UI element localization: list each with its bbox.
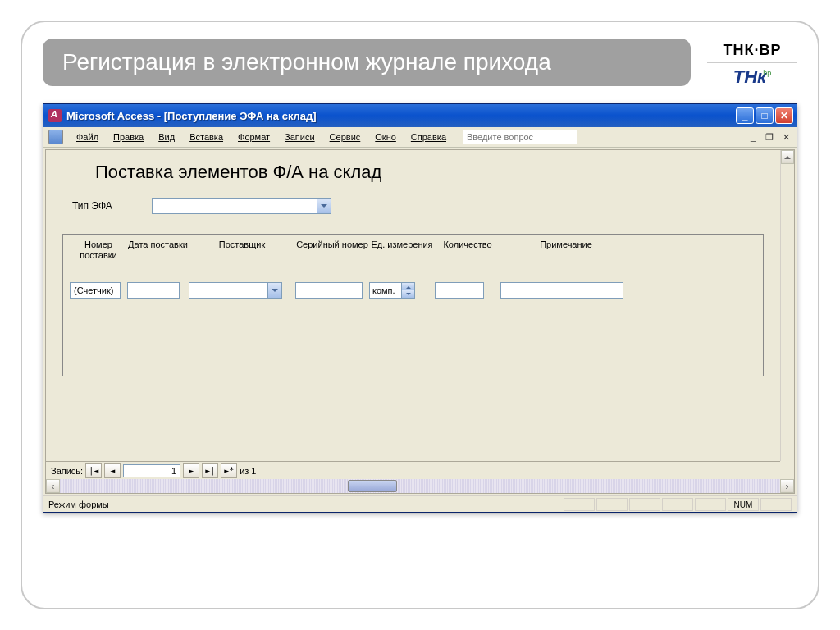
- col-qty: Количество: [435, 240, 500, 250]
- cell-delivery-no[interactable]: [70, 282, 121, 299]
- type-input[interactable]: [153, 199, 317, 213]
- status-cell: [695, 498, 726, 511]
- form-view-icon[interactable]: [48, 130, 63, 144]
- menu-service[interactable]: Сервис: [323, 130, 368, 144]
- spinner-up-icon[interactable]: [402, 283, 414, 290]
- menubar: Файл Правка Вид Вставка Формат Записи Се…: [43, 127, 797, 148]
- nav-last-button[interactable]: ►|: [202, 463, 218, 478]
- cell-supplier-input[interactable]: [189, 283, 267, 298]
- menu-view[interactable]: Вид: [152, 130, 181, 144]
- cell-qty[interactable]: [435, 282, 484, 299]
- dropdown-icon[interactable]: [317, 199, 331, 213]
- menu-edit[interactable]: Правка: [107, 130, 150, 144]
- titlebar: Microsoft Access - [Поступление ЭФА на с…: [43, 104, 797, 127]
- status-num: NUM: [728, 498, 759, 511]
- grid-row: [63, 279, 763, 302]
- logo: ТНК·BP ТНк bp: [707, 39, 797, 91]
- scroll-left-icon[interactable]: [46, 479, 60, 493]
- status-cell: [629, 498, 660, 511]
- col-note: Примечание: [500, 240, 632, 250]
- status-cell: [596, 498, 628, 511]
- col-serial: Серийный номер: [295, 240, 369, 250]
- access-window: Microsoft Access - [Поступление ЭФА на с…: [43, 103, 797, 513]
- subform-grid: Номер поставки Дата поставки Поставщик С…: [62, 234, 764, 376]
- form-heading: Поставка элементов Ф/А на склад: [95, 162, 764, 183]
- vertical-scrollbar[interactable]: [780, 150, 794, 461]
- form-area: Поставка элементов Ф/А на склад Тип ЭФА …: [45, 149, 795, 494]
- nav-prev-button[interactable]: ◄: [104, 463, 121, 478]
- doc-minimize-button[interactable]: _: [747, 131, 759, 143]
- col-unit: Ед. измерения: [369, 240, 435, 250]
- scroll-right-icon[interactable]: [780, 479, 794, 493]
- scroll-up-icon[interactable]: [781, 150, 794, 164]
- menu-help[interactable]: Справка: [404, 130, 453, 144]
- cell-delivery-date[interactable]: [127, 282, 180, 299]
- menu-insert[interactable]: Вставка: [183, 130, 230, 144]
- help-search-input[interactable]: [463, 130, 578, 144]
- spinner-down-icon[interactable]: [402, 290, 414, 298]
- cell-note[interactable]: [500, 282, 623, 299]
- status-mode: Режим формы: [48, 500, 109, 509]
- status-cell: [760, 498, 792, 511]
- logo-text-top: ТНК·BP: [707, 39, 797, 63]
- minimize-button[interactable]: _: [736, 107, 754, 124]
- record-of-label: из: [240, 466, 249, 476]
- nav-new-button[interactable]: ►*: [221, 463, 237, 478]
- logo-tnk: ТНк: [733, 66, 766, 88]
- slide-title: Регистрация в электронном журнале приход…: [43, 39, 691, 86]
- doc-restore-button[interactable]: ❐: [764, 131, 775, 143]
- type-label: Тип ЭФА: [72, 200, 112, 212]
- close-button[interactable]: ✕: [775, 107, 793, 124]
- nav-first-button[interactable]: |◄: [85, 463, 102, 478]
- col-delivery-no: Номер поставки: [70, 240, 127, 261]
- status-bar: Режим формы NUM: [43, 495, 797, 512]
- status-cell: [564, 498, 595, 511]
- doc-close-button[interactable]: ✕: [780, 131, 792, 143]
- maximize-button[interactable]: □: [756, 107, 774, 124]
- type-combo[interactable]: [152, 198, 331, 214]
- record-number-input[interactable]: [123, 464, 180, 477]
- cell-serial[interactable]: [295, 282, 363, 299]
- record-label: Запись:: [51, 466, 83, 476]
- record-total: 1: [251, 466, 256, 476]
- cell-supplier-combo[interactable]: [189, 282, 282, 299]
- col-supplier: Поставщик: [189, 240, 295, 250]
- menu-file[interactable]: Файл: [70, 130, 105, 144]
- window-title: Microsoft Access - [Поступление ЭФА на с…: [66, 110, 736, 122]
- cell-unit-input[interactable]: [370, 283, 401, 298]
- menu-records[interactable]: Записи: [278, 130, 322, 144]
- access-app-icon: [48, 109, 62, 122]
- menu-format[interactable]: Формат: [231, 130, 276, 144]
- cell-unit-spinner[interactable]: [369, 282, 415, 299]
- scroll-track[interactable]: [60, 479, 780, 493]
- dropdown-icon[interactable]: [267, 283, 281, 298]
- logo-bp-label: bp: [763, 69, 771, 77]
- col-delivery-date: Дата поставки: [127, 240, 189, 250]
- record-navigator: Запись: |◄ ◄ ► ►| ►* из 1: [46, 461, 780, 479]
- status-cell: [662, 498, 693, 511]
- horizontal-scrollbar[interactable]: [46, 479, 794, 493]
- menu-window[interactable]: Окно: [368, 130, 403, 144]
- scroll-thumb[interactable]: [348, 480, 397, 492]
- nav-next-button[interactable]: ►: [183, 463, 199, 478]
